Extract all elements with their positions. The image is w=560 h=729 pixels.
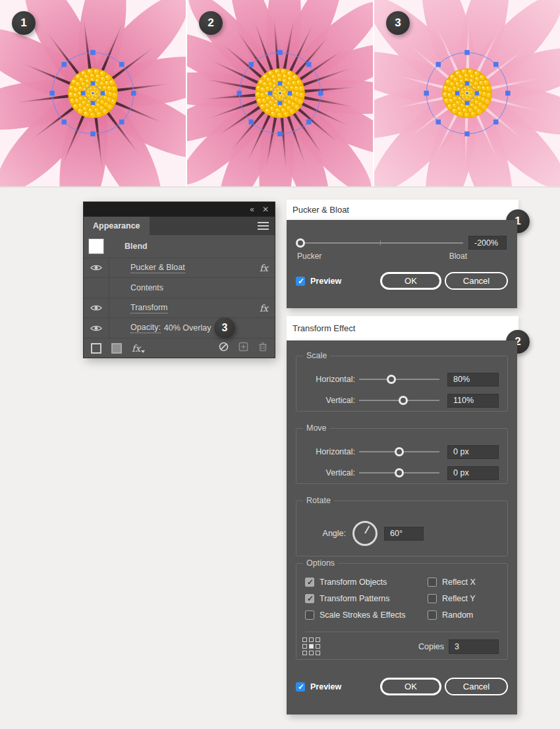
panel-tabbar: Appearance — [84, 217, 275, 235]
bloat-label: Bloat — [449, 252, 467, 261]
flower-figures: 1 2 3 — [0, 0, 560, 188]
effect-link[interactable]: Transform — [130, 303, 168, 313]
move-vertical-field[interactable]: 0 px — [447, 466, 499, 480]
visibility-eye-icon[interactable] — [84, 298, 109, 318]
panel-menu-icon[interactable] — [258, 222, 269, 230]
panel-titlebar: « ✕ — [84, 202, 275, 217]
step-badge: 1 — [12, 11, 36, 35]
appearance-row-blend[interactable]: Blend — [84, 235, 275, 258]
appearance-footer: fx — [84, 338, 275, 358]
checkbox-icon[interactable]: ✓ — [428, 610, 437, 620]
appearance-row-contents[interactable]: Contents — [84, 278, 275, 298]
slider-knob[interactable] — [395, 447, 404, 456]
random-checkbox[interactable]: ✓ Random — [428, 610, 499, 620]
effect-link[interactable]: Pucker & Bloat — [130, 263, 185, 273]
pucker-bloat-dialog: Pucker & Bloat 1 -200% Pucker Bloat ✓ Pr… — [287, 200, 518, 308]
scale-vertical-field[interactable]: 110% — [447, 394, 499, 408]
slider-knob[interactable] — [395, 468, 404, 477]
checkbox-icon[interactable]: ✓ — [305, 610, 314, 620]
tab-appearance[interactable]: Appearance — [84, 217, 150, 235]
scale-horizontal-slider[interactable] — [359, 375, 439, 384]
copies-field[interactable]: 3 — [449, 639, 499, 654]
pucker-label: Pucker — [297, 252, 322, 261]
scale-strokes-effects-checkbox[interactable]: ✓ Scale Strokes & Effects — [305, 610, 428, 620]
fx-icon: fx — [260, 263, 268, 273]
step-badge: 3 — [386, 11, 410, 35]
ok-button[interactable]: OK — [380, 272, 441, 290]
scale-horizontal-label: Horizontal: — [305, 375, 355, 384]
flower-step-3: 3 — [374, 0, 560, 186]
pucker-bloat-value-field[interactable]: -200% — [468, 236, 507, 250]
close-panel-icon[interactable]: ✕ — [262, 205, 269, 213]
angle-label: Angle: — [305, 529, 346, 538]
dialog-title: Pucker & Bloat — [287, 200, 518, 220]
cancel-button[interactable]: Cancel — [445, 678, 508, 695]
flower-step-1: 1 — [0, 0, 186, 186]
preview-checkbox[interactable]: ✓ Preview — [296, 277, 341, 286]
reference-point-locator-icon[interactable] — [302, 637, 320, 655]
angle-field[interactable]: 60° — [384, 527, 424, 541]
checkbox-icon[interactable]: ✓ — [305, 578, 314, 587]
tutorial-page: 1 2 3 « ✕ Appearance Blend — [0, 0, 560, 729]
fill-swatch[interactable] — [89, 239, 103, 254]
transform-effect-dialog: Transform Effect 2 Scale Horizontal: 80%… — [287, 316, 518, 715]
angle-dial[interactable] — [352, 521, 378, 546]
add-fill-icon[interactable] — [111, 343, 122, 354]
clear-appearance-icon[interactable] — [219, 342, 229, 354]
duplicate-item-icon[interactable] — [238, 342, 248, 354]
appearance-row-pucker-bloat[interactable]: Pucker & Bloat fx — [84, 258, 275, 279]
step-badge: 2 — [199, 11, 223, 35]
row-label: Contents — [130, 283, 163, 292]
options-group: Options ✓ Transform Objects ✓ Reflect X … — [296, 563, 508, 660]
collapse-panel-icon[interactable]: « — [250, 205, 254, 213]
move-vertical-slider[interactable] — [359, 468, 439, 477]
slider-knob[interactable] — [296, 238, 305, 248]
checkbox-icon[interactable]: ✓ — [296, 277, 305, 286]
visibility-eye-icon[interactable] — [84, 258, 109, 278]
scale-vertical-slider[interactable] — [359, 396, 439, 405]
dial-needle[interactable] — [364, 526, 370, 533]
transform-patterns-checkbox[interactable]: ✓ Transform Patterns — [305, 594, 428, 603]
checkbox-icon[interactable]: ✓ — [305, 594, 314, 603]
checkbox-icon[interactable]: ✓ — [296, 682, 305, 691]
visibility-eye-icon[interactable] — [84, 318, 109, 338]
reflect-x-checkbox[interactable]: ✓ Reflect X — [428, 578, 499, 587]
move-horizontal-slider[interactable] — [359, 447, 439, 456]
scale-horizontal-field[interactable]: 80% — [447, 373, 499, 387]
flower-step-2: 2 — [187, 0, 373, 186]
ok-button[interactable]: OK — [380, 678, 441, 695]
appearance-row-opacity[interactable]: Opacity: 40% Overlay 3 — [84, 318, 275, 338]
delete-item-icon[interactable] — [258, 342, 267, 354]
fx-icon: fx — [260, 303, 268, 313]
scale-vertical-label: Vertical: — [305, 396, 355, 405]
checkbox-icon[interactable]: ✓ — [428, 594, 437, 603]
dialog-title: Transform Effect — [287, 316, 518, 340]
rotate-group: Rotate Angle: 60° — [296, 500, 508, 556]
move-group: Move Horizontal: 0 px Vertical: 0 px — [296, 428, 508, 484]
opacity-value: 40% Overlay — [164, 323, 211, 333]
step-badge: 3 — [214, 317, 235, 338]
add-effect-fx-icon[interactable]: fx — [132, 343, 145, 354]
appearance-panel: « ✕ Appearance Blend Pucker & Bloat fx — [84, 202, 275, 358]
row-label: Blend — [125, 242, 148, 251]
cancel-button[interactable]: Cancel — [445, 272, 508, 290]
transform-objects-checkbox[interactable]: ✓ Transform Objects — [305, 578, 428, 587]
reflect-y-checkbox[interactable]: ✓ Reflect Y — [428, 594, 499, 603]
pucker-bloat-slider[interactable] — [297, 238, 463, 248]
preview-checkbox[interactable]: ✓ Preview — [296, 682, 341, 691]
slider-knob[interactable] — [399, 396, 408, 405]
copies-label: Copies — [418, 642, 444, 651]
checkbox-icon[interactable]: ✓ — [428, 578, 437, 587]
move-horizontal-label: Horizontal: — [305, 447, 355, 456]
add-stroke-icon[interactable] — [91, 343, 101, 354]
move-horizontal-field[interactable]: 0 px — [447, 445, 499, 459]
slider-knob[interactable] — [387, 375, 396, 384]
appearance-row-transform[interactable]: Transform fx — [84, 298, 275, 319]
appearance-rows: Blend Pucker & Bloat fx Contents — [84, 235, 275, 338]
scale-group: Scale Horizontal: 80% Vertical: 110% — [296, 356, 508, 412]
move-vertical-label: Vertical: — [305, 468, 355, 477]
opacity-link[interactable]: Opacity: — [130, 323, 161, 333]
